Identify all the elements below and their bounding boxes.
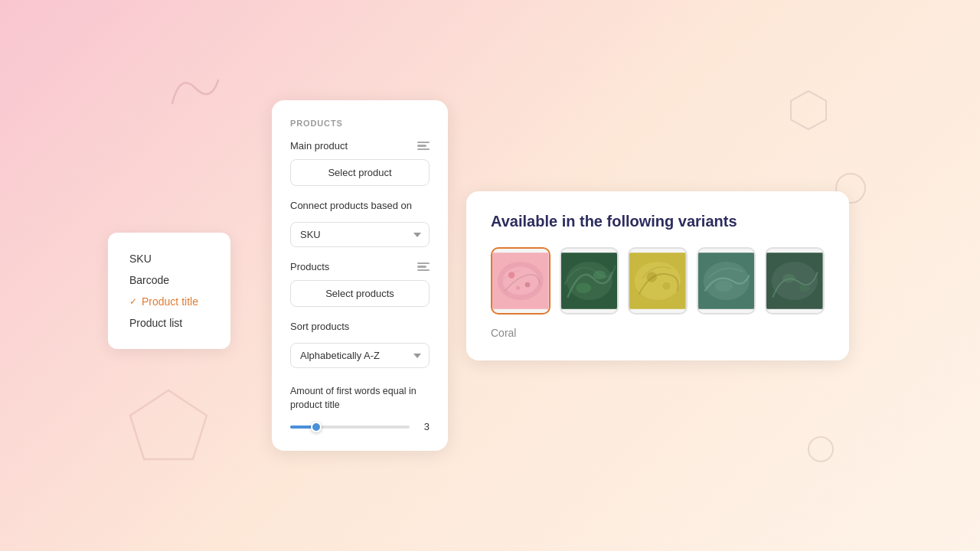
svg-point-13 [593, 270, 606, 279]
products-panel: PRODUCTS Main product Select product Con… [272, 100, 448, 451]
svg-point-23 [782, 273, 795, 282]
variant-card-green1[interactable] [560, 247, 619, 315]
slider-label: Amount of first words equal in product t… [290, 385, 430, 412]
svg-point-11 [566, 261, 612, 299]
svg-point-9 [516, 285, 520, 289]
svg-point-20 [715, 280, 733, 292]
sort-label: Sort products [290, 321, 430, 332]
svg-point-17 [663, 282, 671, 289]
main-product-section: Main product [290, 140, 430, 152]
products-label: Products [290, 261, 329, 272]
sidebar-item-barcode[interactable]: Barcode [129, 269, 209, 291]
main-product-stack-icon[interactable] [417, 142, 430, 151]
slider-track[interactable] [290, 425, 410, 429]
variant-image-green1 [561, 249, 618, 313]
slider-section: Amount of first words equal in product t… [290, 385, 430, 432]
variants-grid [491, 247, 825, 315]
variant-image-coral [492, 249, 549, 313]
products-stack-icon[interactable] [417, 262, 430, 272]
variants-title: Available in the following variants [491, 213, 825, 230]
selected-variant-label: Coral [491, 327, 825, 339]
variant-image-dark [766, 249, 823, 313]
connect-label: Connect products based on [290, 200, 430, 211]
svg-point-22 [772, 261, 818, 299]
variant-image-yellow [629, 249, 686, 313]
sort-products-select[interactable]: Alphabetically A-Z Alphabetically Z-A Pr… [290, 343, 430, 368]
variants-panel: Available in the following variants [466, 191, 849, 360]
slider-value: 3 [417, 421, 430, 432]
select-products-button[interactable]: Select products [290, 280, 430, 307]
svg-point-24 [800, 284, 810, 292]
variant-card-coral[interactable] [491, 247, 550, 315]
variant-card-green2[interactable] [697, 247, 756, 315]
select-product-button[interactable]: Select product [290, 159, 430, 186]
connect-based-on-select[interactable]: SKU Barcode Product title Product list [290, 222, 430, 247]
variant-card-yellow[interactable] [628, 247, 688, 315]
main-container: SKU Barcode Product title Product list P… [0, 0, 980, 551]
slider-row: 3 [290, 421, 430, 432]
variant-card-dark[interactable] [765, 247, 825, 315]
sidebar-item-product-list[interactable]: Product list [129, 312, 209, 334]
sidebar-item-product-title[interactable]: Product title [129, 291, 209, 312]
products-section: Products [290, 261, 430, 272]
svg-point-8 [525, 282, 531, 287]
panel-title: PRODUCTS [290, 119, 430, 128]
main-product-label: Main product [290, 140, 348, 152]
slider-thumb[interactable] [311, 422, 322, 432]
svg-point-12 [576, 282, 591, 292]
variant-image-green2 [698, 249, 755, 313]
sidebar-menu: SKU Barcode Product title Product list [108, 233, 230, 349]
sidebar-item-sku[interactable]: SKU [129, 248, 209, 269]
